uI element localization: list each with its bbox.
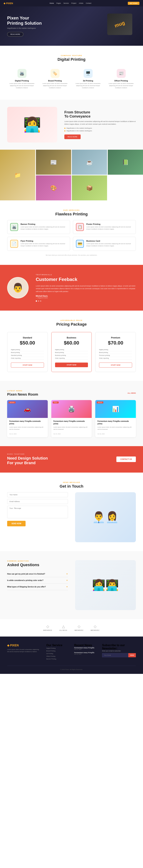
flink-4[interactable]: Offset Printing — [46, 655, 69, 658]
digital-section-title: Digital Printing — [7, 57, 136, 62]
footer-about: ◆ PIXEN Lorem ipsum dolor sit amet conse… — [7, 644, 41, 660]
bfeature-4: Order reporting — [55, 357, 88, 360]
nav-pages[interactable]: Pages — [56, 2, 61, 4]
portfolio-visual-4: 📗 — [108, 150, 143, 175]
submit-button[interactable]: SEND NOW — [7, 521, 26, 526]
faq-arrow-3: ▼ — [66, 586, 68, 588]
cta-section: Work Together Need Design SolutionFor yo… — [0, 446, 143, 472]
service-flyer: 📄 Flyer Printing Lorem ipsum dolor sit a… — [7, 237, 70, 251]
portfolio-item-6[interactable]: 📦 — [72, 176, 107, 200]
footer-newsletter-title: Subscribe to our Newsletter: — [102, 644, 136, 650]
hero-mug: mug — [107, 13, 132, 35]
faq-question-3: What types of Shipping Service do you of… — [7, 586, 68, 588]
hero-read-more-button[interactable]: READ MORE — [7, 32, 23, 37]
testimonial-title: Customer Feeback — [36, 277, 136, 282]
nav-project[interactable]: Project — [71, 2, 76, 4]
name-input[interactable] — [7, 492, 68, 497]
features-grid: 🖨️ Digital Printing Lorem ipsum dolor si… — [7, 67, 136, 91]
faq-item-2[interactable]: Is white considered a printing color ord… — [7, 577, 68, 584]
subscribe-button[interactable]: SEND — [128, 653, 136, 657]
pfeature-1: Digital printing — [99, 348, 132, 351]
news-date-3: Oct 18, 2023 — [97, 433, 105, 435]
portfolio-item-3[interactable]: ☕ — [72, 150, 107, 175]
banner-icon: 🖨️ — [10, 223, 18, 231]
portfolio-item-5[interactable]: 🎨 — [36, 176, 71, 200]
portfolio-visual-6: 📦 — [72, 176, 107, 200]
portfolio-item-1[interactable]: 📁 — [0, 150, 35, 200]
nav-artists[interactable]: Artists — [79, 2, 83, 4]
nav-service[interactable]: Service — [63, 2, 69, 4]
plan-premium-button[interactable]: START NOW — [99, 363, 132, 368]
partners-section: ◇ MENDEZ △ ALINVA ◇ MENDEZ ◇ MENDEZ — [0, 619, 143, 637]
cta-title: Need Design SolutionFor your Brand — [7, 456, 48, 465]
service-flyer-title: Flyer Printing — [21, 240, 67, 242]
footer-logo: ◆ PIXEN — [7, 644, 41, 647]
news-header: Latest News Pixen News Room ALL NEWS — [7, 390, 136, 397]
pfeature-2: Brand printing — [99, 351, 132, 354]
faq-arrow-1: ▼ — [66, 573, 68, 575]
plan-standard-features: Digital printing Brand printing Standard… — [11, 348, 44, 360]
news-grid: 🚗 DESIGN Fermentum many Fringilla commod… — [7, 400, 136, 437]
person-icon: 👩‍💻 — [23, 116, 41, 133]
news-image-1: 🚗 DESIGN — [7, 400, 48, 418]
nav-home[interactable]: Home — [50, 2, 54, 4]
hero-section: Pixen YourPrinting Solution Magnificatio… — [0, 6, 143, 46]
testimonial-author: Mitchell Davis — [36, 295, 136, 297]
feature-digital-desc: Lorem ipsum dolor sit amet consectetur a… — [9, 83, 35, 89]
service-business-desc: Lorem ipsum dolor sit amet consectetur a… — [86, 243, 133, 247]
service-business-card: 💳 Business Card Lorem ipsum dolor sit am… — [73, 237, 136, 251]
mug-text: mug — [114, 20, 126, 29]
partner-icon-4: ◇ — [94, 624, 97, 629]
all-news-link[interactable]: ALL NEWS — [127, 392, 136, 394]
message-input[interactable] — [7, 506, 68, 518]
feature-brand: 🏷️ Brand Printing Lorem ipsum dolor sit … — [40, 67, 70, 91]
copyright-text: © 2023 Pixen. All Rights Reserved. — [7, 669, 136, 670]
digital-printing-section: Company Feature Digital Printing 🖨️ Digi… — [0, 46, 143, 100]
feature-brand-desc: Lorem ipsum dolor sit amet consectetur a… — [42, 83, 68, 89]
portfolio-item-2[interactable]: 📰 — [36, 150, 71, 175]
newsletter-form: SEND — [102, 653, 136, 657]
bfeature-1: Digital printing — [55, 348, 88, 351]
footer-news-title: Recent News — [74, 644, 97, 647]
nav-contact[interactable]: Contact — [86, 2, 91, 4]
flink-3[interactable]: 3d Printing — [46, 652, 69, 655]
dot-3[interactable] — [40, 301, 41, 302]
news-excerpt-2: Lorem ipsum dolor sit amet consectetur a… — [53, 426, 90, 430]
contact-people-icon: 👨‍💼👩‍💼 — [92, 511, 119, 524]
check-item-2: Magnification in the realistic interling… — [64, 130, 136, 132]
feature-offset: 📰 Offset Printing Lorem ipsum dolor sit … — [106, 67, 136, 91]
business-card-icon: 💳 — [76, 240, 84, 248]
flink-2[interactable]: Brand Printing — [46, 650, 69, 652]
news-excerpt-1: Lorem ipsum dolor sit amet consectetur a… — [9, 426, 46, 430]
email-input[interactable] — [7, 499, 68, 504]
flink-1[interactable]: Digital Printing — [46, 647, 69, 650]
plan-standard-button[interactable]: START NOW — [11, 363, 44, 368]
check-dot-1 — [64, 128, 65, 129]
faq-item-3[interactable]: What types of Shipping Service do you of… — [7, 584, 68, 590]
plan-business-name: Business — [55, 337, 88, 339]
footer-services-col: Our Service Digital Printing Brand Print… — [46, 644, 69, 660]
service-flyer-desc: Lorem ipsum dolor sit amet consectetur a… — [21, 243, 67, 247]
service-business-content: Business Card Lorem ipsum dolor sit amet… — [86, 240, 133, 247]
dot-2[interactable] — [38, 301, 39, 302]
portfolio-item-4[interactable]: 📗 — [108, 150, 143, 175]
service-poster-content: Poster Printing Lorem ipsum dolor sit am… — [86, 223, 133, 230]
navbar: ◆ PIXEN Home Pages Service Project Artis… — [0, 0, 143, 6]
newsletter-input[interactable] — [102, 653, 128, 657]
plan-business-button[interactable]: START NOW — [55, 363, 88, 367]
service-business-title: Business Card — [86, 240, 133, 242]
faq-item-1[interactable]: How can get my print job once it is fini… — [7, 571, 68, 577]
faq-title: Asked Questions — [7, 563, 68, 567]
news-title: Pixen News Room — [7, 393, 38, 397]
plan-business-features: Digital printing Brand printing Business… — [55, 348, 88, 360]
flink-5[interactable]: Banner Printing — [46, 658, 69, 660]
dot-1[interactable] — [36, 301, 37, 302]
news-body-2: Fermentum many Fringilla commodo prima L… — [51, 418, 92, 437]
testimonial-content: Testimonials Customer Feeback Lorem ipsu… — [36, 274, 136, 302]
service-poster-desc: Lorem ipsum dolor sit amet consectetur a… — [86, 226, 133, 230]
cta-contact-button[interactable]: CONTACT US — [116, 457, 136, 462]
structure-read-more-button[interactable]: READ MORE — [64, 134, 81, 139]
get-start-button[interactable]: GET START — [128, 2, 139, 5]
feature-3: Standard printing — [11, 354, 44, 357]
cta-text: Work Together Need Design SolutionFor yo… — [7, 453, 48, 465]
